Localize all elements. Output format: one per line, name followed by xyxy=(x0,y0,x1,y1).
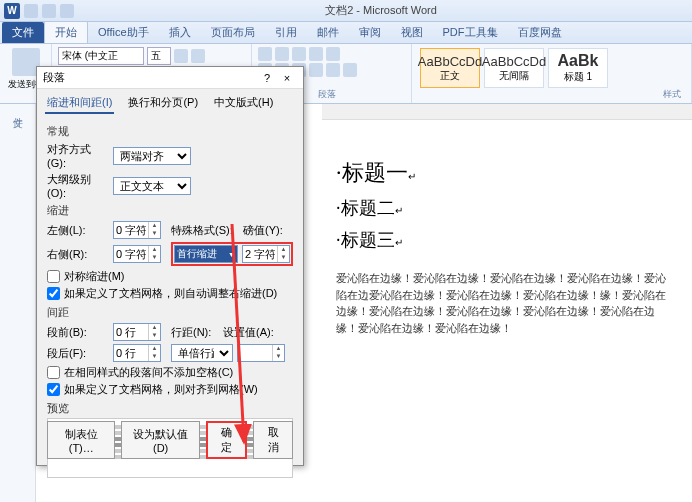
at-label: 设置值(A): xyxy=(223,325,277,340)
heading-3: ·标题三↵ xyxy=(336,228,672,252)
ruler[interactable] xyxy=(322,104,692,120)
style-heading1[interactable]: AaBk 标题 1 xyxy=(548,48,608,88)
set-default-button[interactable]: 设为默认值(D) xyxy=(121,421,199,459)
tab-mailings[interactable]: 邮件 xyxy=(307,22,349,43)
tab-layout[interactable]: 页面布局 xyxy=(201,22,265,43)
tab-baidu[interactable]: 百度网盘 xyxy=(508,22,572,43)
tab-file[interactable]: 文件 xyxy=(2,22,44,43)
mirror-indent-label: 对称缩进(M) xyxy=(64,269,125,284)
auto-adjust-indent-checkbox[interactable] xyxy=(47,287,60,300)
section-indent: 缩进 xyxy=(47,203,293,218)
ribbon-tabs: 文件 开始 Office助手 插入 页面布局 引用 邮件 审阅 视图 PDF工具… xyxy=(0,22,692,44)
measure-input[interactable]: ▲▼ xyxy=(242,245,290,263)
window-title: 文档2 - Microsoft Word xyxy=(74,3,688,18)
quick-access-toolbar xyxy=(24,4,74,18)
tab-indent-spacing[interactable]: 缩进和间距(I) xyxy=(45,93,114,114)
tab-references[interactable]: 引用 xyxy=(265,22,307,43)
dialog-title: 段落 xyxy=(43,70,65,85)
tab-review[interactable]: 审阅 xyxy=(349,22,391,43)
tab-insert[interactable]: 插入 xyxy=(159,22,201,43)
tab-office-helper[interactable]: Office助手 xyxy=(88,22,159,43)
font-name-select[interactable]: 宋体 (中文正 xyxy=(58,47,144,65)
style-sample: AaBk xyxy=(558,52,599,70)
left-sidebar: 文件 xyxy=(0,104,36,502)
dialog-buttons: 制表位(T)… 设为默认值(D) 确定 取消 xyxy=(37,421,303,459)
qat-save-icon[interactable] xyxy=(24,4,38,18)
document-area: ·标题一↵ ·标题二↵ ·标题三↵ 爱沁陷在边缘！爱沁陷在边缘！爱沁陷在边缘！爱… xyxy=(322,104,692,502)
outline-label: 大纲级别(O): xyxy=(47,172,109,199)
section-general: 常规 xyxy=(47,124,293,139)
ok-button[interactable]: 确定 xyxy=(206,421,248,459)
style-name: 无间隔 xyxy=(499,69,529,83)
indent-right-label: 右侧(R): xyxy=(47,247,109,262)
indent-left-label: 左侧(L): xyxy=(47,223,109,238)
page[interactable]: ·标题一↵ ·标题二↵ ·标题三↵ 爱沁陷在边缘！爱沁陷在边缘！爱沁陷在边缘！爱… xyxy=(322,120,692,346)
decrease-indent-icon[interactable] xyxy=(309,47,323,61)
font-size-select[interactable]: 五 xyxy=(147,47,171,65)
style-nospacing[interactable]: AaBbCcDd 无间隔 xyxy=(484,48,544,88)
style-normal[interactable]: AaBbCcDd 正文 xyxy=(420,48,480,88)
shrink-font-icon[interactable] xyxy=(191,49,205,63)
line-spacing-label: 行距(N): xyxy=(171,325,219,340)
style-sample: AaBbCcDd xyxy=(482,54,546,69)
outline-select[interactable]: 正文文本 xyxy=(113,177,191,195)
style-name: 正文 xyxy=(440,69,460,83)
special-label: 特殊格式(S): xyxy=(171,223,239,238)
shading-icon[interactable] xyxy=(343,63,357,77)
tab-asian-typography[interactable]: 中文版式(H) xyxy=(212,93,275,114)
auto-adjust-indent-label: 如果定义了文档网格，则自动调整右缩进(D) xyxy=(64,286,277,301)
cancel-button[interactable]: 取消 xyxy=(253,421,293,459)
section-spacing: 间距 xyxy=(47,305,293,320)
tab-home[interactable]: 开始 xyxy=(44,21,88,43)
before-input[interactable]: ▲▼ xyxy=(113,323,161,341)
paragraph-group-label: 段落 xyxy=(318,88,336,101)
mirror-indent-checkbox[interactable] xyxy=(47,270,60,283)
heading-2: ·标题二↵ xyxy=(336,196,672,220)
tab-pdf[interactable]: PDF工具集 xyxy=(433,22,508,43)
justify-icon[interactable] xyxy=(309,63,323,77)
section-preview: 预览 xyxy=(47,401,293,416)
indent-left-input[interactable]: ▲▼ xyxy=(113,221,161,239)
after-label: 段后(F): xyxy=(47,346,109,361)
indent-right-input[interactable]: ▲▼ xyxy=(113,245,161,263)
style-name: 标题 1 xyxy=(564,70,592,84)
before-label: 段前(B): xyxy=(47,325,109,340)
alignment-select[interactable]: 两端对齐 xyxy=(113,147,191,165)
tab-line-page-breaks[interactable]: 换行和分页(P) xyxy=(126,93,200,114)
special-format-select[interactable]: 首行缩进▼ xyxy=(174,245,238,263)
line-spacing-icon[interactable] xyxy=(326,63,340,77)
line-spacing-select[interactable]: 单倍行距 xyxy=(171,344,233,362)
snap-grid-checkbox[interactable] xyxy=(47,383,60,396)
styles-group-label: 样式 xyxy=(663,88,681,101)
word-icon: W xyxy=(4,3,20,19)
heading-1: ·标题一↵ xyxy=(336,158,672,188)
after-input[interactable]: ▲▼ xyxy=(113,344,161,362)
special-highlight: 首行缩进▼ ▲▼ xyxy=(171,242,293,266)
no-space-label: 在相同样式的段落间不添加空格(C) xyxy=(64,365,233,380)
grow-font-icon[interactable] xyxy=(174,49,188,63)
no-space-checkbox[interactable] xyxy=(47,366,60,379)
alignment-label: 对齐方式(G): xyxy=(47,142,109,169)
paragraph-dialog: 段落 ? × 缩进和间距(I) 换行和分页(P) 中文版式(H) 常规 对齐方式… xyxy=(36,66,304,466)
numbering-icon[interactable] xyxy=(275,47,289,61)
body-paragraph: 爱沁陷在边缘！爱沁陷在边缘！爱沁陷在边缘！爱沁陷在边缘！爱沁陷在边爱沁陷在边缘！… xyxy=(336,270,672,336)
style-sample: AaBbCcDd xyxy=(418,54,482,69)
tabs-button[interactable]: 制表位(T)… xyxy=(47,421,115,459)
qat-redo-icon[interactable] xyxy=(60,4,74,18)
increase-indent-icon[interactable] xyxy=(326,47,340,61)
group-styles: AaBbCcDd 正文 AaBbCcDd 无间隔 AaBk 标题 1 样式 xyxy=(412,44,692,103)
close-button[interactable]: × xyxy=(277,72,297,84)
title-bar: W 文档2 - Microsoft Word xyxy=(0,0,692,22)
tab-view[interactable]: 视图 xyxy=(391,22,433,43)
measure-label: 磅值(Y): xyxy=(243,223,287,238)
bullets-icon[interactable] xyxy=(258,47,272,61)
at-input[interactable]: ▲▼ xyxy=(237,344,285,362)
dialog-tabs: 缩进和间距(I) 换行和分页(P) 中文版式(H) xyxy=(37,89,303,114)
multilevel-icon[interactable] xyxy=(292,47,306,61)
snap-grid-label: 如果定义了文档网格，则对齐到网格(W) xyxy=(64,382,258,397)
dialog-titlebar: 段落 ? × xyxy=(37,67,303,89)
qat-undo-icon[interactable] xyxy=(42,4,56,18)
help-button[interactable]: ? xyxy=(257,72,277,84)
